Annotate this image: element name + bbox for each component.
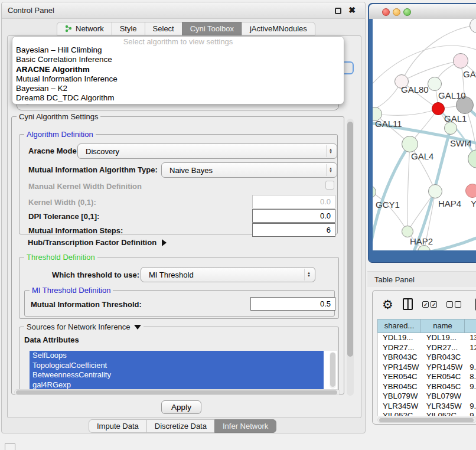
cell: YLR345W: [422, 402, 465, 412]
table-row[interactable]: YBL079W YBL079W: [378, 392, 476, 402]
mi-steps-field[interactable]: 6: [252, 223, 335, 237]
sources-group: Sources for Network Inference Data Attri…: [19, 327, 339, 393]
table-rows: YDL19... YDL19... 13 YDR27... YDR27... 1…: [377, 333, 476, 416]
unchecked-box-icon: [446, 301, 453, 308]
hub-definition-label: Hub/Transcription Factor Definition: [28, 238, 157, 247]
screen: Control Panel ✖ Network Style Select: [0, 0, 476, 450]
table-row[interactable]: YLR345W YLR345W 9.: [378, 402, 476, 412]
gear-icon[interactable]: ⚙: [382, 298, 393, 311]
algorithm-definition-title: Algorithm Definition: [24, 130, 96, 139]
table-row[interactable]: YBR043C YBR043C: [378, 353, 476, 363]
manual-kernel-width-checkbox: [325, 181, 334, 190]
table-horizontal-thumb[interactable]: [379, 418, 474, 422]
mi-algorithm-type-combobox[interactable]: Naive Bayes ▲▼: [161, 162, 337, 178]
stepper-icon: ▲▼: [326, 164, 335, 176]
list-item-topologicalcoefficient[interactable]: TopologicalCoefficient: [30, 361, 324, 371]
table-row[interactable]: YPR145W YPR145W 9.: [378, 363, 476, 373]
bottom-tabstrip: Impute Data Discretize Data Infer Networ…: [89, 419, 276, 433]
dpi-tolerance-field[interactable]: 0.0: [252, 209, 335, 223]
tab-cyni-toolbox[interactable]: Cyni Toolbox: [182, 22, 242, 35]
sources-group-title[interactable]: Sources for Network Inference: [24, 322, 144, 331]
mi-threshold-field[interactable]: 0.5: [250, 297, 335, 311]
control-panel-window: Control Panel ✖ Network Style Select: [1, 2, 366, 433]
aracne-mode-value: Discovery: [86, 147, 119, 156]
node-gal1-red[interactable]: [432, 102, 445, 115]
tab-discretize-data[interactable]: Discretize Data: [146, 419, 215, 433]
settings-horizontal-thumb[interactable]: [16, 390, 337, 394]
column-header-name[interactable]: name: [421, 319, 465, 333]
tab-infer-network[interactable]: Infer Network: [214, 419, 276, 433]
settings-vertical-scrollbar[interactable]: [347, 119, 354, 396]
node-label-gal: GAL: [463, 69, 476, 79]
table-horizontal-scrollbar[interactable]: [377, 417, 476, 423]
stepper-icon: ▲▼: [304, 269, 313, 281]
table-panel-title: Table Panel: [374, 275, 415, 284]
table-row[interactable]: YER054C YER054C 8.: [378, 372, 476, 382]
apply-button[interactable]: Apply: [161, 400, 201, 414]
menu-item-bayesian-k2[interactable]: Bayesian – K2: [12, 84, 344, 93]
hub-definition-expander[interactable]: Hub/Transcription Factor Definition: [28, 238, 167, 247]
close-icon[interactable]: ✖: [348, 5, 356, 15]
menu-item-dream8[interactable]: Dream8 DC_TDC Algorithm: [12, 93, 344, 103]
node-label-gal4: GAL4: [411, 151, 433, 161]
menu-item-bayesian-hill-climbing[interactable]: Bayesian – Hill Climbing: [12, 45, 344, 55]
node-label-gal80: GAL80: [401, 84, 429, 94]
column-header-partial[interactable]: A: [465, 319, 476, 333]
menu-item-aracne[interactable]: ARACNE Algorithm: [12, 65, 344, 74]
node-hap4[interactable]: [428, 184, 442, 198]
mac-close-icon[interactable]: [382, 8, 390, 16]
checked-box-icon: ✓: [422, 301, 429, 308]
aracne-mode-combobox[interactable]: Discovery ▲▼: [77, 144, 337, 159]
tab-select[interactable]: Select: [145, 22, 182, 35]
which-threshold-label: Which threshold to use:: [52, 270, 139, 279]
tab-style[interactable]: Style: [112, 22, 145, 35]
node-swi4[interactable]: [444, 122, 457, 135]
cell: YPR145W: [422, 363, 465, 373]
manual-kernel-width-label: Manual Kernel Width Definition: [28, 182, 142, 191]
threshold-definition-title: Threshold Definition: [24, 253, 97, 262]
column-header-shared-name[interactable]: shared...: [377, 319, 421, 333]
select-all-icon[interactable]: ✓ ✓: [422, 301, 437, 308]
attributes-scrollbar[interactable]: [330, 352, 336, 389]
table-row[interactable]: YDR27... YDR27... 12: [378, 343, 476, 353]
cell: [465, 392, 476, 402]
tab-jactivemnodules-label: jActiveMNodules: [250, 22, 307, 35]
tab-select-label: Select: [153, 22, 174, 35]
settings-horizontal-scrollbar[interactable]: [14, 389, 340, 395]
list-item-betweennesscentrality[interactable]: BetweennessCentrality: [30, 370, 324, 380]
dpi-tolerance-label: DPI Tolerance [0,1]:: [28, 212, 99, 221]
attributes-scrollbar-thumb[interactable]: [330, 353, 335, 387]
tab-impute-data[interactable]: Impute Data: [89, 419, 147, 433]
tab-style-label: Style: [120, 22, 137, 35]
node-label-hap2: HAP2: [410, 236, 433, 246]
list-item-selfloops[interactable]: SelfLoops: [30, 351, 324, 361]
which-threshold-combobox[interactable]: MI Threshold ▲▼: [141, 267, 315, 282]
deselect-all-icon[interactable]: [446, 301, 461, 308]
network-canvas[interactable]: GAL GAL80 GAL10 GAL1 GAL11 SWI4 GAL4 GCY…: [373, 19, 476, 250]
split-columns-icon[interactable]: [403, 298, 413, 310]
node-label-hap4: HAP4: [438, 198, 461, 208]
node-gal10[interactable]: [428, 77, 442, 91]
minimized-panel-icon[interactable]: [5, 444, 15, 450]
node-y-salmon[interactable]: [465, 184, 476, 198]
table-row[interactable]: YBR045C YBR045C 9.: [378, 382, 476, 392]
table-row[interactable]: YDL19... YDL19... 13: [378, 333, 476, 343]
mac-zoom-icon[interactable]: [403, 8, 411, 16]
mac-minimize-icon[interactable]: [393, 8, 400, 16]
mi-algorithm-type-label: Mutual Information Algorithm Type:: [28, 165, 158, 174]
settings-vertical-thumb[interactable]: [347, 122, 353, 357]
float-window-icon[interactable]: [335, 8, 341, 14]
cell: YDL19...: [378, 333, 422, 343]
table-row[interactable]: YIL052C YIL052C 9: [378, 411, 476, 416]
menu-item-basic-correlation[interactable]: Basic Correlation Inference: [12, 55, 344, 64]
list-item-gal4rgexp[interactable]: gal4RGexp: [30, 380, 324, 390]
cell: 8.: [465, 372, 476, 382]
node-gal4[interactable]: [402, 136, 418, 152]
node-hap2[interactable]: [402, 226, 413, 237]
menu-item-mutual-information[interactable]: Mutual Information Inference: [12, 74, 344, 84]
tab-network[interactable]: Network: [57, 22, 112, 35]
kernel-width-label: Kernel Width (0,1):: [28, 198, 96, 207]
collapse-down-icon: [134, 325, 141, 330]
tab-jactivemnodules[interactable]: jActiveMNodules: [242, 22, 315, 35]
node-gal-partial[interactable]: [453, 53, 468, 69]
